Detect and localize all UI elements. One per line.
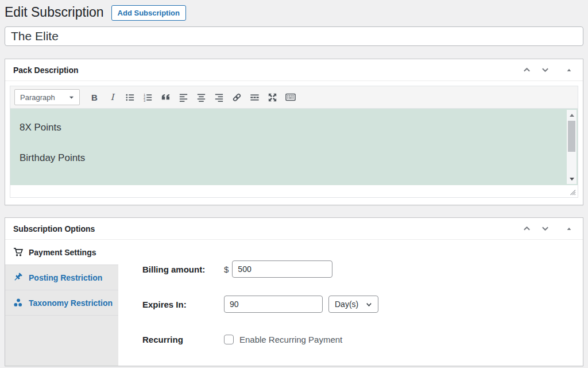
tab-label: Posting Restriction bbox=[29, 273, 102, 282]
tab-posting-restriction[interactable]: Posting Restriction bbox=[5, 265, 118, 290]
editor-statusbar bbox=[10, 185, 578, 197]
subscription-options-title: Subscription Options bbox=[13, 224, 95, 233]
editor-paragraph[interactable]: 8X Points bbox=[20, 121, 568, 134]
expires-unit-value: Day(s) bbox=[335, 300, 358, 309]
align-left-icon[interactable] bbox=[175, 90, 192, 105]
collapse-toggle-icon[interactable] bbox=[561, 63, 577, 78]
select-chevron-icon bbox=[366, 301, 372, 308]
recurring-label: Recurring bbox=[142, 335, 224, 344]
cart-icon bbox=[13, 247, 23, 257]
subscription-title-input[interactable] bbox=[5, 26, 583, 46]
tabs-filler bbox=[5, 316, 118, 366]
editor-scrollbar[interactable] bbox=[567, 110, 577, 184]
move-down-icon[interactable] bbox=[537, 63, 553, 78]
billing-amount-input[interactable] bbox=[232, 260, 332, 278]
blockquote-icon[interactable] bbox=[157, 90, 174, 105]
metabox-handle-buttons bbox=[519, 221, 577, 236]
pack-description-header: Pack Description bbox=[5, 59, 583, 81]
format-select-value: Paragraph bbox=[20, 93, 55, 102]
expires-in-input[interactable] bbox=[224, 296, 323, 313]
edit-subscription-page: Edit Subscription Add Subscription Pack … bbox=[0, 0, 588, 366]
fullscreen-icon[interactable] bbox=[264, 90, 281, 105]
paragraph-format-select[interactable]: Paragraph bbox=[14, 89, 80, 105]
move-up-icon[interactable] bbox=[519, 221, 535, 236]
subscription-options-metabox: Subscription Options bbox=[5, 217, 583, 366]
pack-description-metabox: Pack Description Paragraph bbox=[5, 59, 583, 205]
billing-amount-row: Billing amount: $ bbox=[142, 260, 571, 278]
svg-text:3: 3 bbox=[144, 99, 145, 102]
pushpin-icon bbox=[13, 273, 23, 282]
tab-label: Taxonomy Restriction bbox=[29, 298, 113, 308]
currency-symbol: $ bbox=[224, 264, 229, 274]
scroll-down-icon[interactable] bbox=[567, 175, 577, 183]
enable-recurring-checkbox-label: Enable Recurring Payment bbox=[239, 335, 342, 344]
scroll-up-icon[interactable] bbox=[567, 111, 577, 119]
page-header: Edit Subscription Add Subscription bbox=[5, 0, 583, 22]
taxonomy-icon bbox=[13, 298, 23, 308]
collapse-toggle-icon[interactable] bbox=[561, 221, 577, 236]
enable-recurring-checkbox[interactable] bbox=[224, 335, 234, 344]
scrollbar-thumb[interactable] bbox=[568, 121, 575, 152]
recurring-row: Recurring Enable Recurring Payment bbox=[142, 331, 571, 348]
page-title: Edit Subscription bbox=[5, 5, 104, 21]
billing-amount-label: Billing amount: bbox=[142, 264, 224, 274]
bulleted-list-icon[interactable] bbox=[122, 90, 138, 105]
subscription-options-header: Subscription Options bbox=[5, 218, 583, 240]
expires-in-label: Expires In: bbox=[142, 300, 224, 309]
numbered-list-icon[interactable]: 123 bbox=[140, 90, 156, 105]
options-tabs: Payment Settings Posting Restriction Tax… bbox=[5, 240, 118, 366]
metabox-handle-buttons bbox=[519, 63, 577, 78]
rich-text-editor: Paragraph B I 123 bbox=[10, 86, 578, 198]
editor-paragraph[interactable]: Birthday Points bbox=[20, 152, 568, 164]
read-more-icon[interactable] bbox=[246, 90, 263, 105]
editor-content-area[interactable]: 8X Points Birthday Points bbox=[10, 109, 578, 185]
resize-grip-icon[interactable] bbox=[569, 189, 576, 195]
move-down-icon[interactable] bbox=[537, 221, 553, 236]
tab-label: Payment Settings bbox=[29, 248, 96, 257]
expires-in-row: Expires In: Day(s) bbox=[142, 296, 571, 313]
align-right-icon[interactable] bbox=[211, 90, 227, 105]
subscription-options-body: Payment Settings Posting Restriction Tax… bbox=[5, 240, 583, 366]
bold-icon[interactable]: B bbox=[86, 90, 103, 105]
pack-description-body: Paragraph B I 123 bbox=[5, 81, 583, 205]
pack-description-title: Pack Description bbox=[13, 66, 79, 75]
editor-toolbar: Paragraph B I 123 bbox=[10, 86, 578, 109]
keyboard-shortcuts-icon[interactable] bbox=[282, 90, 299, 105]
expires-unit-select[interactable]: Day(s) bbox=[328, 296, 378, 313]
add-subscription-button[interactable]: Add Subscription bbox=[111, 5, 186, 21]
align-center-icon[interactable] bbox=[193, 90, 210, 105]
move-up-icon[interactable] bbox=[519, 63, 535, 78]
link-icon[interactable] bbox=[229, 90, 245, 105]
italic-icon[interactable]: I bbox=[104, 90, 121, 105]
tab-payment-settings[interactable]: Payment Settings bbox=[5, 240, 118, 265]
select-chevron-icon bbox=[69, 95, 74, 100]
payment-settings-panel: Billing amount: $ Expires In: Day(s) Rec… bbox=[118, 240, 583, 366]
tab-taxonomy-restriction[interactable]: Taxonomy Restriction bbox=[5, 290, 118, 316]
